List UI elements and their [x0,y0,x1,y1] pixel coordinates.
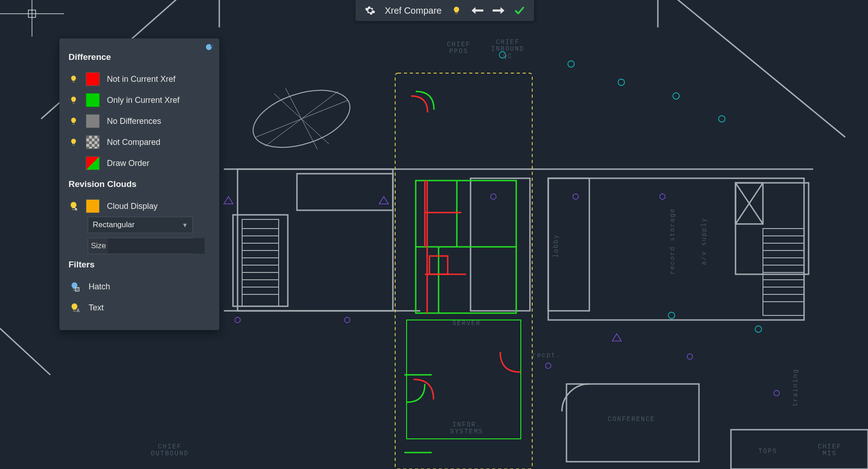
cloud-size-input[interactable] [108,238,205,254]
lightbulb-hatch-icon [69,282,79,292]
toggle-cloud-display[interactable] [69,201,79,211]
filter-row-hatch: Hatch [69,276,210,297]
autodesk-cloud-icon [205,42,215,54]
cloud-display-row: Cloud Display [69,196,210,217]
color-swatch-orange[interactable] [86,199,100,213]
next-change-button[interactable] [492,4,505,17]
lightbulb-icon [69,75,78,83]
lightbulb-cursor-icon [69,201,79,211]
diff-row-draw-order: Draw Order [69,153,210,174]
cloud-size-label: Size [88,238,108,254]
toggle-not-in-current[interactable] [69,74,79,84]
toggle-no-differences[interactable] [69,116,79,126]
cloud-size-row: Size [88,238,193,254]
color-swatch-checker[interactable] [86,135,100,149]
toggle-not-compared[interactable] [69,137,79,147]
accept-button[interactable] [513,4,526,17]
chevron-down-icon: ▼ [182,222,188,229]
cloud-shape-select[interactable]: Rectangular ▼ [88,217,193,233]
diff-row-no-differences: No Differences [69,111,210,132]
section-title-difference: Difference [69,52,210,62]
diff-label: Not Compared [107,138,160,147]
diff-label: Only in Current Xref [107,96,180,105]
filter-label: Hatch [89,282,110,292]
color-swatch-green[interactable] [86,93,100,107]
diff-row-not-compared: Not Compared [69,132,210,153]
lightbulb-icon [69,138,78,146]
check-icon [513,5,525,16]
diff-row-not-in-current: Not in Current Xref [69,69,210,90]
diff-row-only-in-current: Only in Current Xref [69,90,210,111]
gear-icon [365,5,376,16]
section-title-revision-clouds: Revision Clouds [69,179,210,189]
lightbulb-icon [69,96,78,104]
previous-change-button[interactable] [471,4,484,17]
color-swatch-draw-order[interactable] [86,156,100,170]
lightbulb-icon [69,117,78,125]
arrow-right-icon [492,6,504,15]
svg-point-71 [211,45,213,48]
color-swatch-red[interactable] [86,72,100,86]
toggle-hatch-filter[interactable] [69,281,80,293]
lightbulb-text-icon: A [69,303,79,313]
lightbulb-icon [452,6,461,15]
toggle-text-filter[interactable]: A [69,302,80,314]
cloud-shape-value: Rectangular [93,220,135,229]
diff-label: Not in Current Xref [107,75,175,84]
xref-compare-toolbar: Xref Compare [355,0,534,21]
diff-label: Draw Order [107,159,149,168]
toolbar-title: Xref Compare [385,5,442,16]
section-title-filters: Filters [69,260,210,270]
toggle-only-in-current[interactable] [69,95,79,105]
cloud-display-label: Cloud Display [107,202,158,211]
settings-button[interactable] [364,4,376,17]
filter-row-text: A Text [69,297,210,318]
svg-text:A: A [77,308,79,313]
difference-settings-panel: Difference Not in Current Xref Only in C… [59,38,219,330]
toggle-visibility-button[interactable] [450,4,463,17]
filter-label: Text [89,303,104,313]
arrow-left-icon [471,6,483,15]
color-swatch-gray[interactable] [86,114,100,128]
diff-label: No Differences [107,117,161,126]
